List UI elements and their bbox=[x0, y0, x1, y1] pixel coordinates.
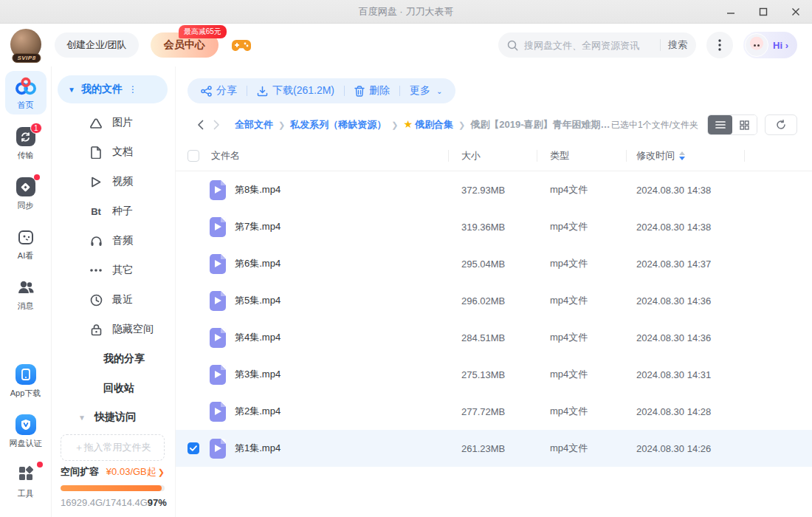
search-input[interactable] bbox=[524, 40, 653, 51]
my-files-kebab-icon[interactable]: ⋮ bbox=[128, 88, 137, 91]
rail-item-ai-view[interactable]: AI看 bbox=[5, 222, 47, 265]
row-checkbox[interactable] bbox=[187, 442, 199, 454]
window-title: 百度网盘 · 刀刀大表哥 bbox=[359, 5, 454, 18]
refresh-button[interactable] bbox=[765, 114, 797, 135]
clock-icon bbox=[89, 294, 103, 307]
rail-item-messages[interactable]: 消息 bbox=[5, 272, 47, 315]
certification-icon bbox=[16, 414, 36, 435]
breadcrumb-current-folder: 俄剧【2019-喜剧】青年困难期 Труд... bbox=[470, 118, 611, 131]
file-row[interactable]: 第2集.mp4 277.72MB mp4文件 2024.08.30 14:28 bbox=[176, 393, 812, 430]
sort-icon[interactable] bbox=[679, 151, 685, 160]
sidebar-item-my-files[interactable]: ▼ 我的文件 ⋮ bbox=[58, 75, 168, 103]
delete-button[interactable]: 删除 bbox=[354, 84, 390, 97]
back-button[interactable] bbox=[192, 120, 208, 130]
sidebar-item-audio[interactable]: 音频 bbox=[52, 226, 175, 256]
file-name[interactable]: 第4集.mp4 bbox=[235, 331, 281, 344]
sync-dot bbox=[34, 174, 40, 180]
video-file-icon bbox=[210, 291, 226, 311]
file-type: mp4文件 bbox=[537, 257, 626, 270]
file-name[interactable]: 第2集.mp4 bbox=[235, 405, 281, 418]
file-name[interactable]: 第6集.mp4 bbox=[235, 257, 281, 270]
column-header-size[interactable]: 大小 bbox=[448, 140, 537, 171]
file-type: mp4文件 bbox=[537, 405, 626, 418]
videos-icon bbox=[89, 176, 103, 188]
caret-down-icon: ▼ bbox=[68, 86, 75, 94]
assistant-avatar bbox=[745, 33, 768, 57]
game-icon[interactable] bbox=[232, 38, 251, 52]
create-team-button[interactable]: 创建企业/团队 bbox=[55, 32, 139, 58]
select-all-checkbox[interactable] bbox=[187, 150, 199, 162]
download-button[interactable]: 下载(261.2M) bbox=[257, 84, 334, 97]
app-download-icon bbox=[16, 364, 36, 385]
file-time: 2024.08.30 14:38 bbox=[626, 185, 744, 196]
rail-item-tools[interactable]: 工具 bbox=[5, 459, 47, 503]
sidebar-item-hidden-space[interactable]: 隐藏空间 bbox=[52, 315, 175, 344]
ellipsis-icon bbox=[89, 269, 103, 272]
sidebar-item-my-share[interactable]: 我的分享 bbox=[52, 344, 175, 374]
search-button[interactable]: 搜索 bbox=[668, 38, 687, 52]
lock-icon bbox=[89, 323, 103, 336]
share-button[interactable]: 分享 bbox=[201, 84, 237, 97]
file-row[interactable]: 第5集.mp4 296.02MB mp4文件 2024.08.30 14:36 bbox=[176, 282, 812, 319]
rail-item-sync[interactable]: 同步 bbox=[5, 171, 47, 215]
sidebar-item-torrents[interactable]: Bt 种子 bbox=[52, 196, 175, 226]
file-name[interactable]: 第8集.mp4 bbox=[235, 183, 281, 196]
file-row[interactable]: 第7集.mp4 319.36MB mp4文件 2024.08.30 14:38 bbox=[176, 208, 812, 245]
pictures-icon bbox=[89, 117, 103, 129]
file-row[interactable]: 第8集.mp4 372.93MB mp4文件 2024.08.30 14:38 bbox=[176, 171, 812, 208]
more-menu-icon[interactable] bbox=[706, 32, 733, 58]
breadcrumb-all-files[interactable]: 全部文件 bbox=[235, 118, 273, 131]
maximize-button[interactable] bbox=[747, 0, 780, 24]
user-avatar[interactable]: SVIP8 bbox=[10, 29, 43, 61]
column-header-type[interactable]: 类型 bbox=[537, 140, 626, 171]
file-row[interactable]: 第3集.mp4 275.13MB mp4文件 2024.08.30 14:31 bbox=[176, 356, 812, 393]
file-row[interactable]: 第6集.mp4 295.04MB mp4文件 2024.08.30 14:37 bbox=[176, 245, 812, 282]
breadcrumb-series[interactable]: 私发系列（稀缺资源） bbox=[290, 118, 386, 131]
list-view-button[interactable] bbox=[708, 115, 732, 134]
sidebar-item-recycle-bin[interactable]: 回收站 bbox=[52, 374, 175, 403]
breadcrumb-collection[interactable]: ★俄剧合集 bbox=[403, 118, 453, 131]
expand-storage-link[interactable]: 空间扩容 ¥0.03/GB起 ❯ bbox=[61, 465, 165, 479]
svip-badge: SVIP8 bbox=[12, 53, 41, 63]
sidebar-item-quick-access[interactable]: ▼ 快捷访问 bbox=[52, 403, 175, 431]
breadcrumb-separator: ❯ bbox=[278, 120, 285, 130]
file-name[interactable]: 第1集.mp4 bbox=[235, 442, 281, 455]
sidebar-item-videos[interactable]: 视频 bbox=[52, 167, 175, 196]
grid-view-icon bbox=[740, 120, 749, 130]
rail-item-certification[interactable]: 网盘认证 bbox=[5, 409, 47, 453]
file-list: 第8集.mp4 372.93MB mp4文件 2024.08.30 14:38 … bbox=[176, 171, 812, 467]
search-icon bbox=[507, 40, 518, 51]
video-file-icon bbox=[210, 217, 226, 237]
forward-button[interactable] bbox=[208, 120, 224, 130]
breadcrumb: 全部文件 ❯ 私发系列（稀缺资源） ❯ ★俄剧合集 ❯ 俄剧【2019-喜剧】青… bbox=[235, 118, 611, 131]
file-row[interactable]: 第4集.mp4 284.51MB mp4文件 2024.08.30 14:36 bbox=[176, 319, 812, 356]
ai-assistant-button[interactable]: Hi › bbox=[743, 32, 797, 58]
grid-view-button[interactable] bbox=[732, 115, 757, 134]
sync-icon bbox=[16, 177, 35, 196]
column-header-time[interactable]: 修改时间 bbox=[626, 140, 744, 171]
close-button[interactable] bbox=[780, 0, 812, 24]
quick-access-drop-zone[interactable]: ＋拖入常用文件夹 bbox=[61, 434, 165, 461]
file-size: 275.13MB bbox=[448, 369, 537, 380]
rail-item-app-download[interactable]: App下载 bbox=[5, 359, 47, 403]
file-time: 2024.08.30 14:28 bbox=[626, 406, 744, 417]
column-header-name[interactable]: 文件名 bbox=[210, 140, 448, 171]
file-row[interactable]: 第1集.mp4 261.23MB mp4文件 2024.08.30 14:26 bbox=[176, 430, 812, 467]
file-time: 2024.08.30 14:31 bbox=[626, 369, 744, 380]
star-icon: ★ bbox=[403, 118, 413, 130]
breadcrumb-separator: ❯ bbox=[391, 120, 398, 130]
file-name[interactable]: 第7集.mp4 bbox=[235, 220, 281, 233]
sidebar-item-others[interactable]: 其它 bbox=[52, 256, 175, 285]
rail-item-transfer[interactable]: 1 传输 bbox=[5, 121, 47, 165]
sidebar-item-recent[interactable]: 最近 bbox=[52, 285, 175, 315]
file-size: 319.36MB bbox=[448, 222, 537, 233]
file-name[interactable]: 第3集.mp4 bbox=[235, 368, 281, 381]
file-name[interactable]: 第5集.mp4 bbox=[235, 294, 281, 307]
sidebar-item-documents[interactable]: 文档 bbox=[52, 137, 175, 167]
search-bar[interactable]: 搜索 bbox=[498, 32, 696, 58]
minimize-button[interactable] bbox=[715, 0, 747, 24]
rail-item-home[interactable]: 首页 bbox=[5, 71, 47, 114]
sidebar-item-pictures[interactable]: 图片 bbox=[52, 108, 175, 137]
trash-icon bbox=[354, 86, 365, 97]
more-button[interactable]: 更多 ⌄ bbox=[410, 84, 442, 97]
